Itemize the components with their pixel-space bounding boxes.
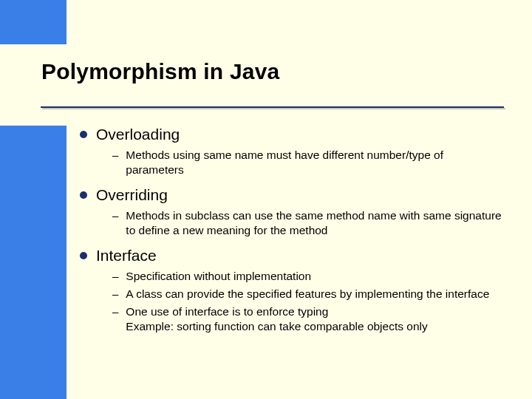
dash-icon: – [112,287,118,301]
sub-list: – Methods in subclass can use the same m… [112,208,502,238]
list-item-label: Overriding [96,186,168,204]
list-item-head: Interface [80,247,502,265]
list-item-label: Interface [96,247,157,265]
list-item: Interface – Specification without implem… [80,247,502,334]
sub-list-item: – Methods in subclass can use the same m… [112,208,502,238]
sub-list-text: Methods using same name must have differ… [126,148,502,177]
slide-content: Overloading – Methods using same name mu… [80,126,502,343]
list-item-head: Overriding [80,186,502,204]
title-bar: Polymorphism in Java [0,44,532,126]
sub-list-item: – Methods using same name must have diff… [112,148,502,177]
sub-list-text: Specification without implementation [126,269,311,284]
sub-list: – Specification without implementation –… [112,269,502,334]
title-underline [41,106,504,108]
dash-icon: – [112,304,118,319]
bullet-icon [80,252,87,259]
sub-list-item: – One use of interface is to enforce typ… [112,304,502,334]
list-item-label: Overloading [96,126,180,143]
list-item: Overloading – Methods using same name mu… [80,126,502,177]
sub-list: – Methods using same name must have diff… [112,148,502,177]
list-item: Overriding – Methods in subclass can use… [80,186,502,238]
sub-list-item: – Specification without implementation [112,269,502,284]
dash-icon: – [112,269,118,284]
sub-list-text: One use of interface is to enforce typin… [126,304,427,334]
slide-title: Polymorphism in Java [41,59,532,84]
bullet-icon [80,191,87,199]
list-item-head: Overloading [80,126,502,143]
dash-icon: – [112,148,118,163]
bullet-icon [80,131,87,138]
sub-list-text: Methods in subclass can use the same met… [126,208,502,238]
sub-list-text: A class can provide the specified featur… [126,287,489,301]
sub-list-item: – A class can provide the specified feat… [112,287,502,301]
dash-icon: – [112,208,118,223]
